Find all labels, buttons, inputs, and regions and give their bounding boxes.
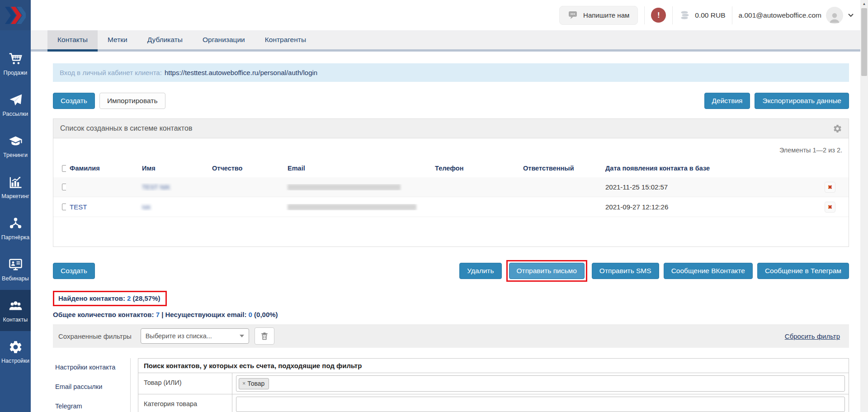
product-filter-input[interactable]: × Товар <box>236 375 845 392</box>
column-header-email[interactable]: Email <box>284 165 431 172</box>
delete-filter-button[interactable] <box>255 327 274 345</box>
delete-contact-icon[interactable]: ✖ <box>825 182 835 193</box>
saved-filters-select[interactable]: Выберите из списка... <box>141 328 249 344</box>
export-button[interactable]: Экспортировать данные <box>755 93 849 109</box>
balance[interactable]: 0.00 RUB <box>679 10 725 21</box>
column-header-lastname[interactable]: Фамилия <box>66 165 138 172</box>
create-button-bottom[interactable]: Создать <box>53 263 95 279</box>
vk-message-button[interactable]: Сообщение ВКонтакте <box>664 263 753 279</box>
sidebar-item-mailings[interactable]: Рассылки <box>0 84 31 125</box>
cell-created-date: 2021-11-25 15:02:57 <box>602 183 812 191</box>
contact-us-button[interactable]: Напишите нам <box>559 6 638 25</box>
telegram-message-button[interactable]: Сообщение в Телеграм <box>757 263 849 279</box>
pagination-info: Элементы 1—2 из 2. <box>53 138 849 159</box>
cell-email-redacted <box>288 184 401 190</box>
user-email: a.001@autoweboffice.com <box>739 11 821 19</box>
sidebar-item-label: Партнёрка <box>1 234 30 241</box>
column-header-created[interactable]: Дата появления контакта в базе <box>602 165 812 172</box>
annotation-box-found-contacts: Найдено контактов: 2 (28,57%) <box>53 291 167 306</box>
sidebar-item-settings[interactable]: Настройки <box>0 331 31 372</box>
cell-email-redacted <box>288 204 416 210</box>
sidebar-item-label: Маркетинг <box>1 193 29 199</box>
filter-row-product: Товар (ИЛИ) × Товар <box>138 373 849 394</box>
app-logo[interactable] <box>0 0 31 30</box>
sidebar-item-sales[interactable]: Продажи <box>0 43 31 84</box>
column-header-owner[interactable]: Ответственный <box>519 165 602 172</box>
sidebar-item-marketing[interactable]: Маркетинг <box>0 166 31 208</box>
chip-remove-icon[interactable]: × <box>242 380 245 387</box>
bulk-actions-row: Создать Удалить Отправить письмо Отправи… <box>53 260 849 282</box>
client-login-label: Вход в личный кабинет клиента: <box>60 69 162 76</box>
barchart-icon <box>8 175 23 190</box>
sidebar-item-webinars[interactable]: Вебинары <box>0 249 31 290</box>
send-sms-button[interactable]: Отправить SMS <box>592 263 659 279</box>
saved-filters-label: Сохраненные фильтры <box>58 332 132 340</box>
client-login-url[interactable]: https://testtest.autoweboffice.ru/person… <box>165 69 317 76</box>
column-header-middlename[interactable]: Отчество <box>208 165 284 172</box>
filter-section: Настройки контакта Email рассылки Telegr… <box>53 358 849 412</box>
reset-filter-link[interactable]: Сбросить фильтр <box>785 332 840 340</box>
delete-contact-icon[interactable]: ✖ <box>825 202 835 213</box>
sidebar-item-label: Контакты <box>3 317 28 323</box>
user-menu[interactable]: a.001@autoweboffice.com <box>739 7 854 24</box>
create-button[interactable]: Создать <box>53 93 95 109</box>
row-checkbox[interactable] <box>62 184 66 190</box>
select-caret-icon <box>240 335 244 337</box>
tab-counterparties[interactable]: Контрагенты <box>255 30 316 49</box>
filter-row-label: Категория товара <box>138 394 232 412</box>
contact-us-label: Напишите нам <box>583 11 629 19</box>
cell-firstname-redacted: NIK <box>142 204 151 211</box>
sidebar-item-trainings[interactable]: Тренинги <box>0 125 31 166</box>
cell-lastname-link[interactable]: TEST <box>70 203 87 211</box>
filter-menu-telegram[interactable]: Telegram <box>55 403 130 410</box>
send-email-button[interactable]: Отправить письмо <box>509 263 585 279</box>
filter-row-category: Категория товара <box>138 394 849 412</box>
panel-caption: Список созданных в системе контактов <box>53 119 849 138</box>
paperplane-icon <box>8 93 23 108</box>
panel-caption-text: Список созданных в системе контактов <box>60 124 192 133</box>
column-header-firstname[interactable]: Имя <box>138 165 208 172</box>
filter-menu-email-mailings[interactable]: Email рассылки <box>55 383 130 390</box>
annotation-box-send-email: Отправить письмо <box>506 260 587 282</box>
sidebar-item-label: Настройки <box>1 358 29 364</box>
table-header-row: Фамилия Имя Отчество Email Телефон Ответ… <box>53 159 849 177</box>
vertical-scrollbar[interactable]: ▲ <box>860 0 868 412</box>
delete-button[interactable]: Удалить <box>459 263 501 279</box>
saved-filters-selected-value: Выберите из списка... <box>146 332 212 340</box>
topbar-divider <box>672 6 673 24</box>
row-checkbox[interactable] <box>62 204 66 210</box>
tab-labels[interactable]: Метки <box>98 30 137 49</box>
chat-icon <box>568 10 579 20</box>
chevron-down-icon <box>848 13 854 17</box>
topbar-divider <box>732 6 732 24</box>
column-header-phone[interactable]: Телефон <box>431 165 519 172</box>
scrollbar-up-icon[interactable]: ▲ <box>860 0 868 8</box>
scrollbar-thumb[interactable] <box>861 8 867 76</box>
webinar-icon <box>8 257 23 272</box>
select-all-checkbox[interactable] <box>62 165 66 172</box>
cell-firstname-redacted: TEST NIK <box>142 184 170 191</box>
tabbar: Контакты Метки Дубликаты Организации Кон… <box>31 30 860 49</box>
sidebar-item-label: Рассылки <box>3 111 28 117</box>
sidebar-item-contacts[interactable]: Контакты <box>0 290 31 331</box>
graduation-icon <box>8 134 23 149</box>
product-chip: × Товар <box>239 378 269 389</box>
client-login-banner: Вход в личный кабинет клиента: https://t… <box>53 63 849 82</box>
gear-icon <box>8 340 23 355</box>
filter-menu-contact-settings[interactable]: Настройки контакта <box>55 364 130 371</box>
import-button[interactable]: Импортировать <box>99 93 165 109</box>
category-filter-input[interactable] <box>236 397 845 412</box>
tab-contacts[interactable]: Контакты <box>47 30 98 49</box>
table-settings-gear-icon[interactable] <box>833 124 842 133</box>
alert-icon[interactable]: ! <box>651 8 666 23</box>
tab-organizations[interactable]: Организации <box>193 30 255 49</box>
found-contacts-value: 2 <box>127 294 131 302</box>
actions-button[interactable]: Действия <box>704 93 750 109</box>
sidebar-item-partners[interactable]: Партнёрка <box>0 208 31 249</box>
coins-icon <box>679 10 691 21</box>
content: Вход в личный кабинет клиента: https://t… <box>31 63 860 412</box>
page: Напишите нам ! 0.00 RUB a.001@autoweboff… <box>31 0 860 412</box>
topbar: Напишите нам ! 0.00 RUB a.001@autoweboff… <box>31 0 860 30</box>
tab-duplicates[interactable]: Дубликаты <box>137 30 193 49</box>
filter-panel-title: Поиск контактов, у которых есть счета, п… <box>138 359 849 373</box>
